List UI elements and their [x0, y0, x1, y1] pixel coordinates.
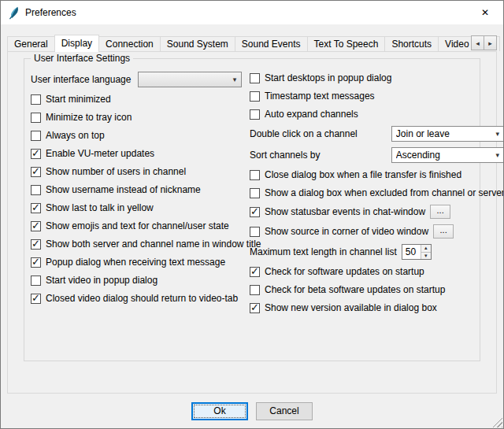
checkbox-label: Always on top: [46, 130, 105, 141]
checkbox-show-both-server-and-channel-name-in-window-title[interactable]: Show both server and channel name in win…: [31, 238, 242, 250]
checkbox-box[interactable]: [250, 303, 260, 313]
checkbox-label: Show new version available in dialog box: [265, 302, 437, 313]
chevron-down-icon: ▾: [491, 130, 504, 138]
dialog-buttons: Ok Cancel: [1, 394, 503, 428]
checkbox-label: Start desktops in popup dialog: [265, 72, 391, 83]
checkbox-auto-expand-channels[interactable]: Auto expand channels: [250, 108, 504, 120]
tab-scroll-right-button[interactable]: ▸: [484, 35, 497, 50]
checkbox-label: Show emojis and text for channel/user st…: [46, 220, 229, 231]
checkbox-start-desktops-in-popup-dialog[interactable]: Start desktops in popup dialog: [250, 72, 504, 84]
checkbox-box[interactable]: [250, 109, 260, 120]
checkbox-start-minimized[interactable]: Start minimized: [31, 93, 242, 105]
checkbox-check-for-software-updates-on-startup[interactable]: Check for software updates on startup: [250, 265, 504, 278]
double-click-on-channel-value: Join or leave: [396, 128, 491, 139]
language-select[interactable]: ▾: [138, 72, 242, 87]
checkbox-box[interactable]: [31, 131, 41, 141]
checkbox-box[interactable]: [250, 73, 260, 83]
tab-shortcuts[interactable]: Shortcuts: [384, 36, 439, 51]
checkbox-label: Start video in popup dialog: [46, 275, 158, 286]
group-user-interface-settings: User Interface Settings User interface l…: [24, 58, 480, 361]
checkbox-box[interactable]: [31, 203, 41, 213]
checkbox-check-for-beta-software-updates-on-startup[interactable]: Check for beta software updates on start…: [250, 283, 504, 296]
checkbox-box[interactable]: [31, 113, 41, 123]
checkbox-label: Close dialog box when a file transfer is…: [265, 169, 461, 180]
chevron-down-icon: ▾: [491, 151, 504, 159]
checkbox-box[interactable]: [250, 188, 260, 198]
checkbox-box[interactable]: [31, 257, 41, 268]
checkbox-show-statusbar-events-in-chat-window[interactable]: Show statusbar events in chat-window ...: [250, 205, 504, 219]
checkbox-label: Popup dialog when receiving text message: [46, 257, 225, 268]
checkbox-box[interactable]: [31, 185, 41, 195]
checkbox-label: Minimize to tray icon: [46, 112, 132, 123]
checkbox-show-dialog-box-when-excluded-from-channel-or-server[interactable]: Show a dialog box when excluded from cha…: [250, 187, 504, 199]
checkbox-closed-video-dialog-should-return-to-video-tab[interactable]: Closed video dialog should return to vid…: [31, 292, 242, 305]
checkbox-enable-vu-meter-updates[interactable]: Enable VU-meter updates: [31, 147, 242, 160]
maximum-text-length-row: Maximum text length in channel list 50 ▴…: [250, 244, 504, 260]
checkbox-box[interactable]: [31, 221, 41, 231]
checkbox-label: Show both server and channel name in win…: [46, 239, 261, 250]
checkbox-box[interactable]: [31, 167, 41, 177]
checkbox-start-video-in-popup-dialog[interactable]: Start video in popup dialog: [31, 274, 242, 287]
checkbox-label: Show statusbar events in chat-window: [265, 206, 425, 217]
tab-scroll-control: ◂ ▸: [471, 35, 497, 50]
preferences-window: Preferences ✕ General Display Connection…: [0, 0, 504, 429]
video-source-config-button[interactable]: ...: [433, 224, 454, 239]
checkbox-box[interactable]: [31, 239, 41, 250]
tab-connection[interactable]: Connection: [98, 36, 161, 51]
checkbox-box[interactable]: [250, 170, 260, 180]
chevron-down-icon: ▾: [228, 76, 241, 83]
sort-channels-by-value: Ascending: [396, 150, 491, 161]
double-click-on-channel-row: Double click on a channel Join or leave …: [250, 126, 504, 142]
checkbox-minimize-to-tray-icon[interactable]: Minimize to tray icon: [31, 111, 242, 124]
checkbox-popup-dialog-when-receiving-text-message[interactable]: Popup dialog when receiving text message: [31, 256, 242, 268]
checkbox-show-username-instead-of-nickname[interactable]: Show username instead of nickname: [31, 183, 242, 196]
tab-display[interactable]: Display: [54, 35, 99, 52]
ok-button[interactable]: Ok: [191, 402, 248, 420]
tab-general[interactable]: General: [7, 36, 55, 51]
checkbox-show-last-to-talk-in-yellow[interactable]: Show last to talk in yellow: [31, 202, 242, 214]
checkbox-timestamp-text-messages[interactable]: Timestamp text messages: [250, 90, 504, 102]
checkbox-box[interactable]: [250, 285, 260, 295]
checkbox-label: Check for software updates on startup: [265, 266, 424, 277]
spin-value: 50: [402, 245, 421, 259]
checkbox-box[interactable]: [31, 294, 41, 304]
tab-sound-system[interactable]: Sound System: [160, 36, 235, 51]
checkbox-label: Auto expand channels: [265, 109, 358, 120]
tab-page-display: User Interface Settings User interface l…: [7, 51, 497, 394]
spin-down-icon: ▾: [424, 253, 428, 259]
checkbox-label: Enable VU-meter updates: [46, 148, 154, 159]
close-button[interactable]: ✕: [467, 1, 503, 24]
checkbox-box[interactable]: [250, 91, 260, 102]
double-click-on-channel-select[interactable]: Join or leave ▾: [391, 126, 504, 142]
checkbox-box[interactable]: [31, 276, 41, 286]
checkbox-label: Show username instead of nickname: [46, 184, 201, 195]
sort-channels-by-select[interactable]: Ascending ▾: [391, 147, 504, 163]
checkbox-show-source-in-corner-of-video-window[interactable]: Show source in corner of video window ..…: [250, 224, 504, 239]
checkbox-show-emojis-and-text-for-channel-user-state[interactable]: Show emojis and text for channel/user st…: [31, 220, 242, 232]
sort-channels-by-row: Sort channels by Ascending ▾: [250, 147, 504, 163]
checkbox-close-dialog-box-when-file-transfer-finished[interactable]: Close dialog box when a file transfer is…: [250, 168, 504, 181]
checkbox-show-new-version-available-in-dialog-box[interactable]: Show new version available in dialog box: [250, 301, 504, 314]
arrow-left-icon: ◂: [476, 39, 480, 47]
maximum-text-length-spinner[interactable]: 50 ▴ ▾: [402, 244, 432, 260]
tab-sound-events[interactable]: Sound Events: [235, 36, 308, 51]
checkbox-box[interactable]: [31, 149, 41, 159]
checkbox-box[interactable]: [250, 207, 260, 217]
spin-up-button[interactable]: ▴: [421, 245, 431, 252]
cancel-button[interactable]: Cancel: [256, 402, 313, 420]
tab-bar: General Display Connection Sound System …: [7, 34, 497, 51]
spin-down-button[interactable]: ▾: [421, 252, 431, 260]
arrow-right-icon: ▸: [488, 39, 492, 47]
checkbox-box[interactable]: [250, 227, 260, 237]
language-row: User interface language ▾: [31, 72, 242, 87]
checkbox-box[interactable]: [250, 267, 260, 277]
checkbox-show-number-of-users-in-channel[interactable]: Show number of users in channel: [31, 165, 242, 178]
statusbar-events-config-button[interactable]: ...: [430, 205, 450, 219]
app-icon: [7, 6, 20, 20]
tab-scroll-left-button[interactable]: ◂: [471, 35, 484, 50]
tab-text-to-speech[interactable]: Text To Speech: [307, 36, 386, 51]
checkbox-label: Show last to talk in yellow: [46, 202, 154, 213]
checkbox-box[interactable]: [31, 94, 41, 105]
checkbox-label: Show number of users in channel: [46, 166, 186, 177]
checkbox-always-on-top[interactable]: Always on top: [31, 129, 242, 142]
